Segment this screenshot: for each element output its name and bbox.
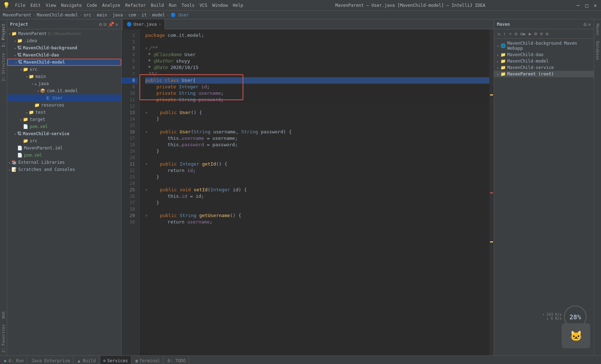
menu-help[interactable]: Help — [231, 2, 245, 9]
tree-item-service-src[interactable]: ▸ 📁 src — [7, 137, 121, 144]
project-panel: Project ⚙ ⊟ 📌 ✕ ▾ 📁 MavenParent D:\Maven… — [7, 19, 122, 355]
maven-item-dao[interactable]: ▸ 📁 MavenChild-dao — [494, 51, 594, 58]
tree-item-model[interactable]: ▾ 🏗 MavenChild-model — [7, 59, 121, 66]
tree-item-mavenparent[interactable]: ▾ 📁 MavenParent D:\MavenParent — [7, 30, 121, 37]
tree-item-user[interactable]: ▸ C User — [7, 94, 121, 102]
bottom-tab-build[interactable]: ▲ Build — [75, 356, 99, 364]
bottom-tab-services[interactable]: ⊙ Services — [101, 356, 131, 364]
project-settings-icon[interactable]: ⚙ — [99, 21, 102, 27]
code-editor[interactable]: package com.it.model; ≡/** * @ClassName … — [140, 29, 489, 355]
bottom-tab-todo[interactable]: 6: TODO — [165, 356, 189, 364]
tree-item-scratches[interactable]: ▸ 📝 Scratches and Consoles — [7, 166, 121, 173]
terminal-tab-label: Terminal — [140, 358, 160, 363]
tree-item-background[interactable]: ▸ 🏗 MavenChild-background — [7, 44, 121, 51]
menu-vcs[interactable]: VCS — [197, 2, 210, 9]
menu-bar: File Edit View Navigate Code Analyze Ref… — [13, 2, 245, 9]
left-tab-project[interactable]: 1: Project — [0, 21, 6, 50]
maven-close-icon[interactable]: ✕ — [588, 21, 591, 27]
tab-close-button[interactable]: ✕ — [159, 22, 161, 26]
tree-item-idea[interactable]: ▸ 📁 .idea — [7, 37, 121, 44]
maximize-button[interactable]: □ — [584, 3, 590, 8]
menu-refactor[interactable]: Refactor — [123, 2, 148, 9]
maven-skip-button[interactable]: ⊞ — [534, 31, 538, 37]
maven-refresh-button[interactable]: ↻ — [497, 31, 501, 37]
bc-user[interactable]: 🔵 User — [171, 13, 189, 18]
bc-mavenparent[interactable]: MavenParent — [3, 13, 31, 18]
left-tab-structure[interactable]: 2: Structure — [0, 50, 6, 84]
terminal-tab-icon: ▣ — [136, 358, 138, 363]
tree-item-test[interactable]: ▸ 📁 test — [7, 109, 121, 116]
maven-folder-icon4: 📁 — [500, 72, 506, 77]
title-bar: 💡 File Edit View Navigate Code Analyze R… — [0, 0, 601, 11]
maven-collapse-button[interactable]: ↑ — [503, 31, 507, 37]
menu-file[interactable]: File — [13, 2, 28, 9]
maven-item-parent[interactable]: ▸ 📁 MavenParent (root) — [494, 71, 594, 77]
maven-settings-icon[interactable]: ⚙ — [583, 21, 586, 27]
tree-item-package[interactable]: ▾ 📦 com.it.model — [7, 87, 121, 94]
bottom-tab-terminal[interactable]: ▣ Terminal — [133, 356, 163, 364]
bc-it[interactable]: it — [142, 13, 147, 18]
tree-item-resources[interactable]: ▸ 📁 resources — [7, 102, 121, 109]
maven-folder-icon2: 📁 — [500, 59, 506, 64]
menu-code[interactable]: Code — [85, 2, 99, 9]
bc-main[interactable]: main — [97, 13, 107, 18]
tree-item-dao[interactable]: ▸ 🏗 MavenChild-dao — [7, 51, 121, 59]
maven-folder-icon3: 📁 — [500, 65, 506, 70]
line-numbers: 1 2 3 4 5 6 7 8 9 10 11 12 13 14 15 16 1… — [122, 29, 140, 355]
tree-item-external-libs[interactable]: ▸ 📚 External Libraries — [7, 159, 121, 166]
tree-item-src[interactable]: ▾ 📁 src — [7, 66, 121, 73]
minimize-button[interactable]: ─ — [575, 3, 581, 8]
tree-item-java[interactable]: ▾ ☕ java — [7, 80, 121, 87]
menu-navigate[interactable]: Navigate — [59, 2, 84, 9]
maven-add-button[interactable]: + — [508, 31, 513, 37]
tree-item-pom-root[interactable]: ▸ 📄 pom.xml — [7, 152, 121, 159]
services-tab-label: Services — [107, 358, 128, 363]
tree-item-main[interactable]: ▾ 📁 main — [7, 73, 121, 80]
right-tab-database[interactable]: Database — [595, 38, 601, 63]
maven-run-debug-button[interactable]: m▶ — [519, 31, 527, 37]
bottom-tab-run[interactable]: ▶ 4: Run — [1, 356, 27, 364]
tree-item-iml[interactable]: ▸ 📄 MavenParent.iml — [7, 144, 121, 152]
download-speed: ↓ 6 K/s — [542, 316, 562, 320]
maven-item-background[interactable]: ▸ 🌐 MavenChild-background Maven Webapp — [494, 40, 594, 51]
left-tab-web[interactable]: Web — [0, 309, 6, 321]
menu-run[interactable]: Run — [167, 2, 179, 9]
title-bar-left: 💡 File Edit View Navigate Code Analyze R… — [3, 2, 245, 9]
bottom-tabs: ▶ 4: Run Java Enterprise ▲ Build ⊙ Servi… — [0, 355, 601, 364]
maven-generate-button[interactable]: ≡ — [539, 31, 544, 37]
editor-content: 1 2 3 4 5 6 7 8 9 10 11 12 13 14 15 16 1… — [122, 29, 494, 355]
editor-tab-user[interactable]: 🔵 User.java ✕ — [123, 19, 165, 29]
bc-model[interactable]: model — [152, 13, 165, 18]
menu-window[interactable]: Window — [210, 2, 230, 9]
project-panel-header: Project ⚙ ⊟ 📌 ✕ — [7, 19, 121, 29]
window-controls: ─ □ ✕ — [575, 3, 598, 8]
menu-analyze[interactable]: Analyze — [100, 2, 122, 9]
maven-settings-btn[interactable]: ⚙ — [545, 31, 549, 37]
tree-item-service[interactable]: ▸ 🏗 MavenChild-service — [7, 130, 121, 137]
bottom-tab-jee[interactable]: Java Enterprise — [29, 356, 73, 364]
maven-webapp-icon: 🌐 — [500, 43, 506, 48]
menu-tools[interactable]: Tools — [180, 2, 197, 9]
bc-java[interactable]: java — [113, 13, 123, 18]
bc-src[interactable]: src — [84, 13, 92, 18]
java-file-icon: 🔵 — [127, 22, 132, 27]
menu-edit[interactable]: Edit — [28, 2, 43, 9]
left-tab-favorites[interactable]: 2: Favorites — [0, 321, 6, 355]
bc-mavenchild-model[interactable]: MavenChild-model — [37, 13, 78, 18]
menu-build[interactable]: Build — [149, 2, 166, 9]
maven-execute-button[interactable]: ▶ — [528, 31, 532, 37]
maven-item-model[interactable]: ▸ 📁 MavenChild-model — [494, 58, 594, 64]
maven-run-button[interactable]: m — [514, 31, 518, 37]
tree-item-pom-model[interactable]: ▸ 📄 pom.xml — [7, 123, 121, 130]
right-tab-maven[interactable]: Maven — [595, 21, 601, 38]
left-sidebar-tabs: 1: Project 2: Structure Web 2: Favorites — [0, 19, 7, 355]
bc-com[interactable]: com — [128, 13, 136, 18]
close-button[interactable]: ✕ — [592, 3, 598, 8]
project-pin-icon[interactable]: 📌 — [108, 21, 114, 27]
project-expand-icon[interactable]: ⊟ — [103, 21, 106, 27]
project-close-icon[interactable]: ✕ — [116, 21, 118, 27]
project-panel-title: Project — [10, 22, 28, 27]
maven-item-service[interactable]: ▸ 📁 MavenChild-service — [494, 64, 594, 71]
menu-view[interactable]: View — [44, 2, 58, 9]
tree-item-target[interactable]: ▸ 📁 target — [7, 116, 121, 123]
